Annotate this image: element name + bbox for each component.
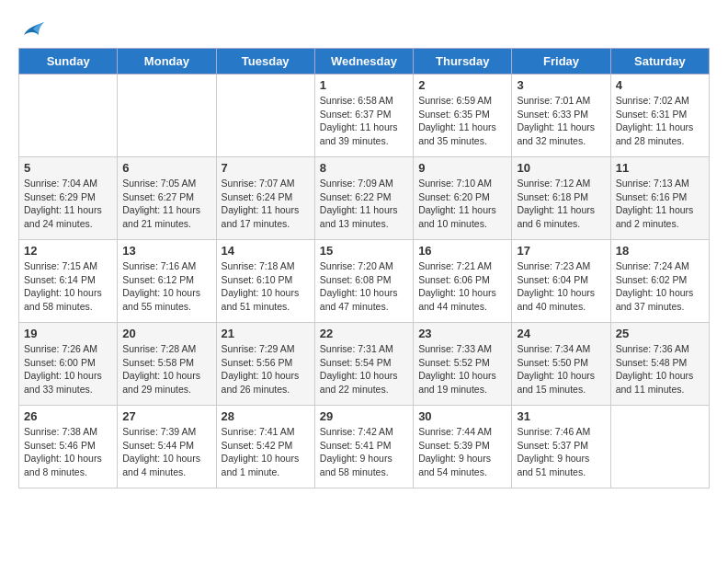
day-info: Sunrise: 7:01 AM Sunset: 6:33 PM Dayligh… bbox=[517, 94, 605, 148]
calendar-cell: 23Sunrise: 7:33 AM Sunset: 5:52 PM Dayli… bbox=[414, 323, 512, 406]
day-info: Sunrise: 7:09 AM Sunset: 6:22 PM Dayligh… bbox=[320, 177, 408, 231]
weekday-header-monday: Monday bbox=[118, 49, 216, 75]
day-info: Sunrise: 7:26 AM Sunset: 6:00 PM Dayligh… bbox=[24, 342, 112, 396]
calendar-cell: 11Sunrise: 7:13 AM Sunset: 6:16 PM Dayli… bbox=[610, 157, 709, 240]
calendar-cell: 15Sunrise: 7:20 AM Sunset: 6:08 PM Dayli… bbox=[314, 240, 413, 323]
calendar-cell: 22Sunrise: 7:31 AM Sunset: 5:54 PM Dayli… bbox=[314, 323, 413, 406]
day-info: Sunrise: 7:38 AM Sunset: 5:46 PM Dayligh… bbox=[24, 425, 112, 479]
calendar-table: SundayMondayTuesdayWednesdayThursdayFrid… bbox=[18, 48, 710, 488]
calendar-cell: 4Sunrise: 7:02 AM Sunset: 6:31 PM Daylig… bbox=[610, 75, 709, 157]
calendar-cell: 24Sunrise: 7:34 AM Sunset: 5:50 PM Dayli… bbox=[512, 323, 610, 406]
calendar-cell: 7Sunrise: 7:07 AM Sunset: 6:24 PM Daylig… bbox=[216, 157, 314, 240]
calendar-cell: 19Sunrise: 7:26 AM Sunset: 6:00 PM Dayli… bbox=[19, 323, 118, 406]
calendar-cell: 9Sunrise: 7:10 AM Sunset: 6:20 PM Daylig… bbox=[414, 157, 512, 240]
day-info: Sunrise: 7:36 AM Sunset: 5:48 PM Dayligh… bbox=[616, 342, 704, 396]
day-number: 23 bbox=[418, 327, 506, 340]
calendar-cell: 5Sunrise: 7:04 AM Sunset: 6:29 PM Daylig… bbox=[19, 157, 118, 240]
day-number: 20 bbox=[122, 327, 210, 340]
day-info: Sunrise: 7:29 AM Sunset: 5:56 PM Dayligh… bbox=[222, 342, 310, 396]
calendar-cell: 25Sunrise: 7:36 AM Sunset: 5:48 PM Dayli… bbox=[610, 323, 709, 406]
day-number: 5 bbox=[24, 161, 112, 175]
day-info: Sunrise: 7:12 AM Sunset: 6:18 PM Dayligh… bbox=[517, 177, 605, 231]
day-info: Sunrise: 7:16 AM Sunset: 6:12 PM Dayligh… bbox=[122, 259, 210, 314]
calendar-cell bbox=[19, 75, 118, 157]
calendar-week-row: 12Sunrise: 7:15 AM Sunset: 6:14 PM Dayli… bbox=[19, 240, 710, 323]
day-number: 18 bbox=[616, 244, 704, 258]
day-info: Sunrise: 7:05 AM Sunset: 6:27 PM Dayligh… bbox=[122, 177, 210, 231]
day-number: 6 bbox=[122, 161, 210, 175]
day-number: 2 bbox=[418, 78, 506, 92]
day-number: 10 bbox=[517, 161, 605, 175]
calendar-cell: 16Sunrise: 7:21 AM Sunset: 6:06 PM Dayli… bbox=[414, 240, 512, 323]
day-info: Sunrise: 7:23 AM Sunset: 6:04 PM Dayligh… bbox=[517, 259, 605, 314]
day-number: 1 bbox=[320, 78, 408, 92]
day-number: 13 bbox=[122, 244, 210, 258]
calendar-week-row: 5Sunrise: 7:04 AM Sunset: 6:29 PM Daylig… bbox=[19, 157, 710, 240]
calendar-cell: 12Sunrise: 7:15 AM Sunset: 6:14 PM Dayli… bbox=[19, 240, 118, 323]
day-number: 26 bbox=[24, 409, 112, 423]
day-number: 15 bbox=[320, 244, 408, 258]
day-info: Sunrise: 7:44 AM Sunset: 5:39 PM Dayligh… bbox=[418, 425, 506, 479]
logo bbox=[18, 18, 46, 39]
weekday-header-sunday: Sunday bbox=[19, 49, 118, 75]
calendar-cell: 2Sunrise: 6:59 AM Sunset: 6:35 PM Daylig… bbox=[414, 75, 512, 157]
weekday-header-wednesday: Wednesday bbox=[314, 49, 413, 75]
weekday-header-thursday: Thursday bbox=[414, 49, 512, 75]
day-info: Sunrise: 7:24 AM Sunset: 6:02 PM Dayligh… bbox=[616, 259, 704, 314]
calendar-cell: 8Sunrise: 7:09 AM Sunset: 6:22 PM Daylig… bbox=[314, 157, 413, 240]
day-number: 12 bbox=[24, 244, 112, 258]
day-info: Sunrise: 7:39 AM Sunset: 5:44 PM Dayligh… bbox=[122, 425, 210, 479]
day-info: Sunrise: 7:20 AM Sunset: 6:08 PM Dayligh… bbox=[320, 259, 408, 314]
day-number: 9 bbox=[418, 161, 506, 175]
day-info: Sunrise: 7:13 AM Sunset: 6:16 PM Dayligh… bbox=[616, 177, 704, 231]
calendar-cell bbox=[216, 75, 314, 157]
day-number: 11 bbox=[616, 161, 704, 175]
day-number: 31 bbox=[517, 409, 605, 423]
calendar-cell bbox=[610, 406, 709, 488]
calendar-cell: 14Sunrise: 7:18 AM Sunset: 6:10 PM Dayli… bbox=[216, 240, 314, 323]
day-info: Sunrise: 7:15 AM Sunset: 6:14 PM Dayligh… bbox=[24, 259, 112, 314]
day-info: Sunrise: 6:59 AM Sunset: 6:35 PM Dayligh… bbox=[418, 94, 506, 148]
day-info: Sunrise: 7:28 AM Sunset: 5:58 PM Dayligh… bbox=[122, 342, 210, 396]
calendar-cell: 30Sunrise: 7:44 AM Sunset: 5:39 PM Dayli… bbox=[414, 406, 512, 488]
calendar-cell: 28Sunrise: 7:41 AM Sunset: 5:42 PM Dayli… bbox=[216, 406, 314, 488]
day-number: 27 bbox=[122, 409, 210, 423]
calendar-cell: 21Sunrise: 7:29 AM Sunset: 5:56 PM Dayli… bbox=[216, 323, 314, 406]
day-info: Sunrise: 7:04 AM Sunset: 6:29 PM Dayligh… bbox=[24, 177, 112, 231]
calendar-cell: 3Sunrise: 7:01 AM Sunset: 6:33 PM Daylig… bbox=[512, 75, 610, 157]
day-number: 7 bbox=[222, 161, 310, 175]
calendar-cell: 29Sunrise: 7:42 AM Sunset: 5:41 PM Dayli… bbox=[314, 406, 413, 488]
weekday-header-tuesday: Tuesday bbox=[216, 49, 314, 75]
day-number: 3 bbox=[517, 78, 605, 92]
calendar-week-row: 1Sunrise: 6:58 AM Sunset: 6:37 PM Daylig… bbox=[19, 75, 710, 157]
day-info: Sunrise: 7:34 AM Sunset: 5:50 PM Dayligh… bbox=[517, 342, 605, 396]
calendar-cell bbox=[118, 75, 216, 157]
weekday-header-friday: Friday bbox=[512, 49, 610, 75]
day-number: 17 bbox=[517, 244, 605, 258]
page-header bbox=[18, 18, 710, 39]
calendar-cell: 6Sunrise: 7:05 AM Sunset: 6:27 PM Daylig… bbox=[118, 157, 216, 240]
day-number: 4 bbox=[616, 78, 704, 92]
calendar-cell: 10Sunrise: 7:12 AM Sunset: 6:18 PM Dayli… bbox=[512, 157, 610, 240]
day-info: Sunrise: 7:10 AM Sunset: 6:20 PM Dayligh… bbox=[418, 177, 506, 231]
day-info: Sunrise: 7:41 AM Sunset: 5:42 PM Dayligh… bbox=[222, 425, 310, 479]
calendar-cell: 1Sunrise: 6:58 AM Sunset: 6:37 PM Daylig… bbox=[314, 75, 413, 157]
weekday-header-saturday: Saturday bbox=[610, 49, 709, 75]
calendar-cell: 27Sunrise: 7:39 AM Sunset: 5:44 PM Dayli… bbox=[118, 406, 216, 488]
calendar-cell: 20Sunrise: 7:28 AM Sunset: 5:58 PM Dayli… bbox=[118, 323, 216, 406]
day-info: Sunrise: 7:33 AM Sunset: 5:52 PM Dayligh… bbox=[418, 342, 506, 396]
calendar-cell: 26Sunrise: 7:38 AM Sunset: 5:46 PM Dayli… bbox=[19, 406, 118, 488]
day-info: Sunrise: 7:46 AM Sunset: 5:37 PM Dayligh… bbox=[517, 425, 605, 479]
day-number: 22 bbox=[320, 327, 408, 340]
day-number: 24 bbox=[517, 327, 605, 340]
day-number: 25 bbox=[616, 327, 704, 340]
calendar-cell: 13Sunrise: 7:16 AM Sunset: 6:12 PM Dayli… bbox=[118, 240, 216, 323]
day-number: 30 bbox=[418, 409, 506, 423]
day-info: Sunrise: 7:18 AM Sunset: 6:10 PM Dayligh… bbox=[222, 259, 310, 314]
day-info: Sunrise: 7:31 AM Sunset: 5:54 PM Dayligh… bbox=[320, 342, 408, 396]
day-number: 29 bbox=[320, 409, 408, 423]
day-info: Sunrise: 7:21 AM Sunset: 6:06 PM Dayligh… bbox=[418, 259, 506, 314]
day-info: Sunrise: 6:58 AM Sunset: 6:37 PM Dayligh… bbox=[320, 94, 408, 148]
day-number: 14 bbox=[222, 244, 310, 258]
day-info: Sunrise: 7:42 AM Sunset: 5:41 PM Dayligh… bbox=[320, 425, 408, 479]
